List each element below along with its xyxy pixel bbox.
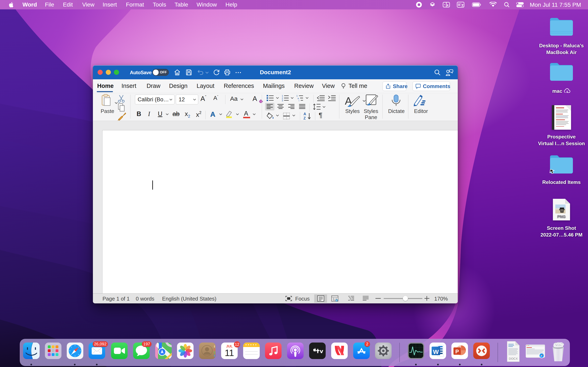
svg-text:Z: Z <box>303 116 306 120</box>
svg-text:1: 1 <box>296 95 298 97</box>
svg-text:W: W <box>433 349 439 355</box>
svg-text:PNG: PNG <box>557 215 566 219</box>
svg-text:a: a <box>297 97 299 100</box>
svg-text:3: 3 <box>282 99 283 101</box>
svg-text:P: P <box>455 349 459 355</box>
svg-text:DOCX: DOCX <box>509 357 518 360</box>
svg-text:2: 2 <box>282 97 283 100</box>
svg-text:A: A <box>303 112 306 116</box>
svg-text:1: 1 <box>282 95 283 97</box>
svg-text:11: 11 <box>225 348 234 358</box>
svg-text:i: i <box>299 99 299 101</box>
